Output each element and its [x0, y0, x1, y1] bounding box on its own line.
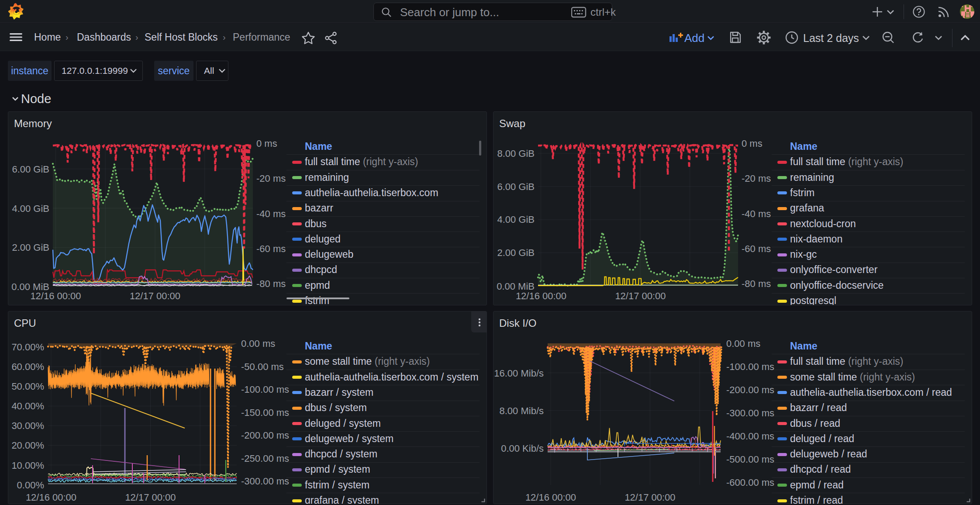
svg-text:-60 ms: -60 ms	[256, 243, 286, 254]
svg-text:0 ms: 0 ms	[256, 138, 277, 149]
svg-text:-200.00 ms: -200.00 ms	[726, 384, 774, 395]
svg-text:0.00 ms: 0.00 ms	[241, 338, 275, 349]
svg-text:30.00%: 30.00%	[11, 420, 44, 431]
svg-text:-80 ms: -80 ms	[742, 278, 771, 289]
svg-text:12/16 00:00: 12/16 00:00	[525, 492, 576, 503]
svg-text:-600.00 ms: -600.00 ms	[726, 477, 774, 488]
svg-text:-200.00 ms: -200.00 ms	[241, 430, 289, 441]
svg-text:-300.00 ms: -300.00 ms	[726, 408, 774, 419]
svg-text:-60 ms: -60 ms	[742, 243, 771, 254]
svg-text:0.00%: 0.00%	[17, 480, 44, 491]
svg-text:-500.00 ms: -500.00 ms	[726, 454, 774, 465]
svg-text:-150.00 ms: -150.00 ms	[241, 407, 289, 418]
svg-text:6.00 GiB: 6.00 GiB	[497, 181, 535, 192]
svg-text:20.00%: 20.00%	[11, 440, 44, 451]
svg-text:0.00 ms: 0.00 ms	[726, 338, 760, 349]
svg-text:12/17 00:00: 12/17 00:00	[125, 492, 176, 503]
svg-text:-40 ms: -40 ms	[742, 208, 771, 219]
svg-text:10.00%: 10.00%	[11, 460, 44, 471]
svg-text:-250.00 ms: -250.00 ms	[241, 453, 289, 464]
svg-text:2.00 GiB: 2.00 GiB	[12, 242, 49, 253]
svg-text:-20 ms: -20 ms	[256, 173, 286, 184]
svg-text:-20 ms: -20 ms	[742, 173, 771, 184]
svg-text:16.00 Mib/s: 16.00 Mib/s	[494, 368, 544, 379]
svg-text:12/16 00:00: 12/16 00:00	[26, 492, 76, 503]
svg-text:2.00 GiB: 2.00 GiB	[497, 247, 535, 258]
svg-text:-40 ms: -40 ms	[256, 208, 286, 219]
svg-text:12/16 00:00: 12/16 00:00	[516, 291, 566, 301]
svg-text:-300.00 ms: -300.00 ms	[241, 476, 289, 487]
svg-text:50.00%: 50.00%	[11, 381, 44, 392]
svg-text:-400.00 ms: -400.00 ms	[726, 431, 774, 442]
svg-text:4.00 GiB: 4.00 GiB	[12, 203, 49, 214]
svg-text:8.00 GiB: 8.00 GiB	[497, 148, 535, 159]
svg-text:0 ms: 0 ms	[742, 138, 763, 149]
svg-text:8.00 Mib/s: 8.00 Mib/s	[500, 405, 544, 416]
svg-text:70.00%: 70.00%	[11, 342, 44, 353]
svg-text:-80 ms: -80 ms	[256, 278, 286, 289]
svg-text:12/17 00:00: 12/17 00:00	[625, 492, 675, 503]
svg-text:-100.00 ms: -100.00 ms	[241, 384, 289, 395]
svg-text:12/17 00:00: 12/17 00:00	[130, 291, 180, 301]
svg-text:-100.00 ms: -100.00 ms	[726, 361, 774, 372]
svg-text:40.00%: 40.00%	[11, 401, 44, 412]
svg-text:4.00 GiB: 4.00 GiB	[497, 214, 535, 225]
svg-text:12/16 00:00: 12/16 00:00	[30, 291, 81, 301]
svg-text:0.00 Kib/s: 0.00 Kib/s	[501, 443, 544, 454]
svg-text:-50.00 ms: -50.00 ms	[241, 361, 284, 372]
svg-text:0.00 MiB: 0.00 MiB	[497, 281, 535, 292]
svg-text:6.00 GiB: 6.00 GiB	[12, 164, 49, 175]
svg-text:12/17 00:00: 12/17 00:00	[615, 291, 666, 301]
svg-text:60.00%: 60.00%	[11, 361, 44, 372]
